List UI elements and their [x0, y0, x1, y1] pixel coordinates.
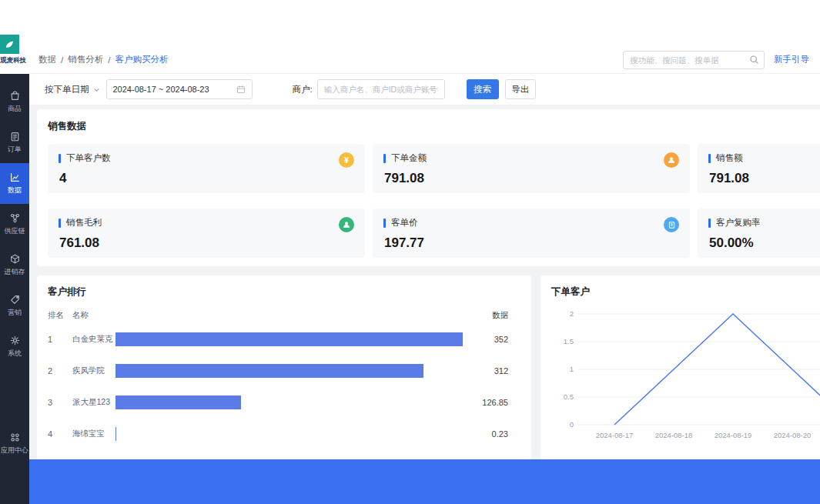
date-range-value: 2024-08-17 ~ 2024-08-23 [113, 85, 209, 94]
line-chart-title: 下单客户 [551, 285, 820, 299]
rank-bar [115, 364, 423, 378]
sidebar-item-inventory[interactable]: 进销存 [0, 245, 29, 285]
sidebar-item-system[interactable]: 系统 [0, 326, 29, 367]
accent-bar [59, 219, 61, 228]
accent-bar [383, 154, 386, 163]
supply-chain-icon [9, 212, 21, 224]
table-row: 4 海绵宝宝 0.23 [48, 418, 508, 449]
brand-logo-icon [0, 35, 19, 54]
stat-card-avg-order-value: 客单价 197.77 [373, 209, 690, 258]
customer-name: 白金史莱克 [72, 334, 111, 345]
svg-text:0: 0 [570, 420, 574, 429]
promo-banner [29, 459, 820, 504]
table-row: 1 白金史莱克 352 [48, 323, 508, 355]
ranking-title: 客户排行 [48, 285, 508, 299]
bar-track [115, 332, 467, 346]
stat-card-gross-profit: 销售毛利 761.08 [48, 209, 365, 258]
line-chart: 00.511.522024-08-172024-08-182024-08-192… [551, 305, 820, 452]
sidebar-item-label: 系统 [8, 349, 22, 359]
stat-value: 4 [59, 171, 354, 186]
stat-label: 客户复购率 [716, 217, 761, 229]
stat-label: 客单价 [391, 217, 418, 229]
bar-track [115, 427, 467, 441]
column-header-rank: 排名 [48, 310, 72, 321]
beginner-guide-link[interactable]: 新手引导 [774, 54, 809, 65]
global-search-input[interactable] [630, 55, 749, 65]
date-range-input[interactable]: 2024-08-17 ~ 2024-08-23 [106, 79, 253, 99]
apps-icon [9, 432, 21, 443]
customer-name: 海绵宝宝 [72, 429, 111, 439]
stat-value: 761.08 [59, 235, 354, 251]
breadcrumb-item-sales-analysis[interactable]: 销售分析 [68, 54, 103, 65]
search-icon[interactable] [749, 55, 759, 65]
order-customers-panel: 下单客户 00.511.522024-08-172024-08-182024-0… [541, 275, 820, 460]
search-button[interactable]: 搜索 [467, 79, 499, 99]
stat-value: 50.00% [709, 235, 820, 251]
inventory-icon [9, 253, 21, 265]
stat-label: 销售额 [716, 152, 743, 164]
order-icon [9, 131, 21, 142]
svg-text:2024-08-18: 2024-08-18 [655, 431, 693, 439]
leaf-icon [4, 38, 15, 50]
sidebar-nav: 商品 订单 数据 供应链 进销存 营销 系统 应用中心 [0, 74, 29, 504]
top-header: 数据 / 销售分析 / 客户购买分析 新手引导 [29, 46, 820, 74]
merchant-label: 商户: [293, 84, 313, 95]
sales-section-title: 销售数据 [48, 120, 820, 133]
column-header-value: 数据 [473, 310, 508, 321]
sidebar-item-label: 营销 [8, 308, 22, 318]
table-row: 3 派大星123 126.85 [48, 386, 508, 418]
date-type-select[interactable]: 按下单日期 [45, 84, 100, 95]
merchant-search-input[interactable] [324, 85, 438, 94]
stat-card-order-amount: 下单金额 791.08 [373, 144, 690, 193]
sidebar-item-label: 商品 [8, 104, 22, 114]
sales-data-section: 销售数据 下单客户数 ¥ 4 下单金额 791.08 销售额 791.08 销 [37, 109, 820, 266]
breadcrumb-separator: / [108, 55, 110, 65]
data-chart-icon [9, 172, 21, 183]
stat-value: 791.08 [384, 171, 679, 186]
sidebar-item-data[interactable]: 数据 [0, 163, 29, 204]
rank-number: 1 [48, 335, 72, 344]
accent-bar [708, 219, 711, 228]
export-button[interactable]: 导出 [505, 79, 536, 99]
rank-number: 4 [48, 429, 72, 439]
header-right: 新手引导 [623, 51, 809, 69]
filter-bar: 按下单日期 2024-08-17 ~ 2024-08-23 商户: 搜索 导出 [29, 74, 820, 105]
stat-card-sales-amount: 销售额 791.08 [698, 144, 820, 193]
app-container: 观麦科技 数据 / 销售分析 / 客户购买分析 新手引导 商品 订单 [0, 35, 820, 504]
breadcrumb-item-data[interactable]: 数据 [38, 54, 56, 65]
doc-icon [664, 217, 679, 232]
stat-label: 下单金额 [391, 152, 427, 164]
sidebar-item-supply-chain[interactable]: 供应链 [0, 204, 29, 245]
ranking-table: 排名 名称 数据 1 白金史莱克 352 2 疾风学院 [48, 308, 508, 449]
sidebar-item-label: 数据 [8, 185, 22, 195]
svg-text:2: 2 [570, 309, 574, 318]
sidebar-item-app-center[interactable]: 应用中心 [0, 423, 29, 464]
sidebar-item-marketing[interactable]: 营销 [0, 285, 29, 326]
sidebar-item-goods[interactable]: 商品 [0, 82, 29, 122]
global-search-box[interactable] [623, 51, 765, 69]
rank-number: 2 [48, 366, 72, 375]
rank-bar [115, 427, 116, 441]
sidebar-item-orders[interactable]: 订单 [0, 122, 29, 163]
brand-logo: 观麦科技 [0, 35, 29, 74]
merchant-search-box[interactable] [317, 79, 445, 99]
breadcrumb-separator: / [61, 55, 63, 65]
brand-name: 观麦科技 [0, 56, 29, 65]
svg-text:2024-08-19: 2024-08-19 [715, 431, 752, 439]
rank-number: 3 [48, 398, 72, 407]
stat-card-repurchase-rate: 客户复购率 50.00% [698, 209, 820, 258]
stat-label: 销售毛利 [66, 217, 102, 229]
calendar-icon [236, 85, 246, 94]
user-icon [339, 217, 354, 232]
marketing-icon [9, 294, 21, 305]
rank-value: 352 [473, 335, 508, 344]
bag-icon [9, 90, 21, 102]
rank-value: 312 [473, 366, 508, 375]
main-content: 按下单日期 2024-08-17 ~ 2024-08-23 商户: 搜索 导出 … [29, 74, 820, 504]
bar-track [115, 364, 467, 378]
breadcrumb-item-current: 客户购买分析 [115, 54, 168, 65]
column-header-name: 名称 [72, 310, 111, 321]
svg-text:0.5: 0.5 [564, 392, 574, 401]
svg-text:2024-08-20: 2024-08-20 [774, 431, 812, 439]
stat-cards-grid: 下单客户数 ¥ 4 下单金额 791.08 销售额 791.08 销售毛利 76… [48, 144, 820, 258]
